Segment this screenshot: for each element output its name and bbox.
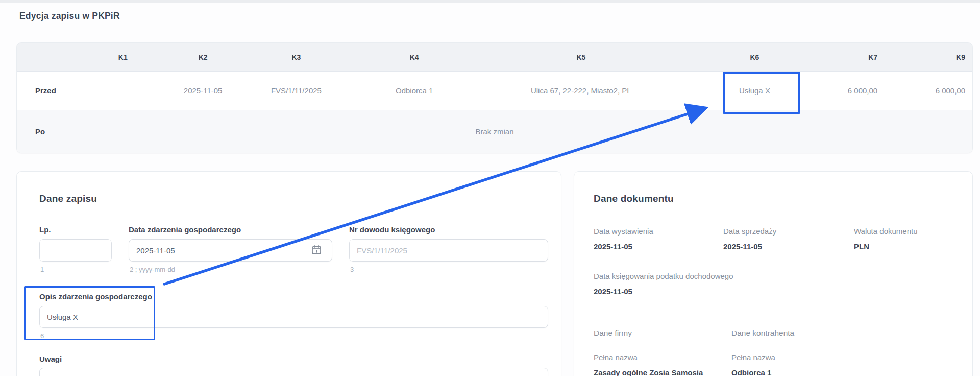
calendar-button[interactable] [310,244,323,256]
document-no-label: Nr dowodu księgowego [349,225,435,234]
cell-k9-amount: 6 000,00 [884,86,972,95]
top-divider [0,0,980,3]
contractor-section-label: Dane kontrahenta [731,328,794,338]
document-data-panel: Dane dokumentu Data wystawienia 2025-11-… [574,171,973,376]
no-changes-message: Brak zmian [17,110,972,153]
page-title: Edycja zapisu w PKPiR [19,11,120,21]
document-panel-title: Dane dokumentu [594,193,674,204]
description-input[interactable] [39,306,548,328]
tax-booking-date-label: Data księgowania podatku dochodowego [594,272,733,280]
table-row-po: Po Brak zmian [17,110,972,153]
cell-k4-contractor: Odbiorca 1 [343,86,485,95]
page: Edycja zapisu w PKPiR K1 K2 K3 K4 K5 K6 … [0,0,980,376]
event-date-input[interactable] [129,239,332,262]
cell-k7-amount: 6 000,00 [832,86,884,95]
notes-input[interactable] [39,368,548,376]
event-date-helper: 2 ; yyyy-mm-dd [130,266,175,273]
description-label: Opis zdarzenia gospodarczego [39,292,152,301]
sale-date-label: Data sprzedaży [723,227,776,236]
document-no-input[interactable] [349,239,548,262]
cell-k2-date: 2025-11-05 [157,86,250,95]
currency-label: Waluta dokumentu [854,227,918,236]
table-header-row: K1 K2 K3 K4 K5 K6 K7 K9 [17,43,972,72]
sale-date-value: 2025-11-05 [723,242,762,251]
lp-helper: 1 [40,266,44,273]
column-header-k6: K6 [677,53,833,61]
lp-input[interactable] [39,239,112,262]
calendar-icon [311,249,322,257]
column-header-k3: K3 [250,53,344,61]
table-row-przed: Przed 2025-11-05 FVS/1/11/2025 Odbiorca … [17,72,972,110]
pkpir-comparison-table: K1 K2 K3 K4 K5 K6 K7 K9 Przed 2025-11-05… [16,42,973,153]
tax-booking-date-value: 2025-11-05 [594,287,632,296]
company-name-value: Zasady ogólne Zosia Samosia [594,368,703,376]
notes-label: Uwagi [39,355,62,363]
column-header-k4: K4 [343,53,485,61]
column-header-k7: K7 [832,53,884,61]
company-section-label: Dane firmy [594,328,632,338]
currency-value: PLN [854,242,869,251]
lp-label: Lp. [39,225,51,234]
description-helper: 6 [40,332,44,340]
contractor-name-value: Odbiorca 1 [731,368,771,376]
issue-date-value: 2025-11-05 [594,242,632,251]
company-name-label: Pełna nazwa [594,353,638,362]
row-label-przed: Przed [17,86,89,95]
contractor-name-label: Pełna nazwa [731,353,775,362]
cell-k5-address: Ulica 67, 22-222, Miasto2, PL [485,86,677,95]
entry-panel-title: Dane zapisu [39,193,97,204]
issue-date-label: Data wystawienia [594,227,653,236]
entry-data-panel: Dane zapisu Lp. 1 Data zdarzenia gospoda… [16,171,561,376]
cell-k3-document-no: FVS/1/11/2025 [250,86,344,95]
column-header-k2: K2 [157,53,250,61]
column-header-k1: K1 [89,53,157,61]
cell-k6-description: Usługa X [677,86,833,95]
document-no-helper: 3 [350,266,354,273]
column-header-k9: K9 [884,53,972,61]
event-date-label: Data zdarzenia gospodarczego [129,225,241,234]
column-header-k5: K5 [485,53,677,61]
